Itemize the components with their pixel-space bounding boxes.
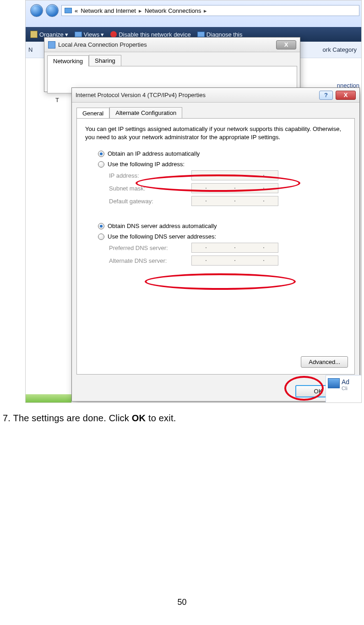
breadcrumb-chevron: « — [75, 7, 78, 14]
edge-fragment: Ad Cli — [326, 375, 361, 402]
folder-icon — [65, 8, 72, 13]
tab-alternate-configuration[interactable]: Alternate Configuration — [109, 107, 182, 118]
breadcrumb-part2[interactable]: Network Connections — [145, 7, 201, 14]
tab-general[interactable]: General — [76, 108, 109, 119]
help-button[interactable]: ? — [319, 91, 333, 100]
header-fragment-left: N — [28, 46, 33, 53]
breadcrumb-sep: ▸ — [139, 7, 142, 14]
x-icon — [110, 31, 117, 38]
screenshot: « Network and Internet ▸ Network Connect… — [25, 0, 362, 403]
edge-sub: Cli — [342, 386, 349, 391]
dialog-titlebar[interactable]: Local Area Connection Properties X — [44, 38, 300, 52]
close-button[interactable]: X — [336, 91, 356, 100]
radio-icon — [98, 234, 104, 240]
lac-properties-dialog: Local Area Connection Properties X Netwo… — [44, 37, 300, 92]
dialog-titlebar[interactable]: Internet Protocol Version 4 (TCP/IPv4) P… — [72, 88, 359, 103]
input-preferred-dns — [191, 243, 278, 253]
label-subnet-mask: Subnet mask: — [109, 185, 191, 192]
radio-label: Use the following DNS server addresses: — [108, 233, 216, 240]
radio-use-ip[interactable]: Use the following IP address: — [98, 161, 346, 168]
tab-row: Networking Sharing — [44, 52, 300, 66]
radio-icon — [98, 223, 104, 229]
caption-bold: OK — [132, 413, 146, 423]
tab-body: You can get IP settings assigned automat… — [76, 118, 355, 375]
label-preferred-dns: Preferred DNS server: — [109, 245, 191, 251]
views-icon — [75, 32, 82, 37]
close-button[interactable]: X — [276, 40, 296, 49]
input-subnet-mask — [191, 183, 278, 193]
intro-text: You can get IP settings assigned automat… — [85, 125, 346, 141]
radio-label: Use the following IP address: — [108, 161, 185, 168]
label-ip-address: IP address: — [109, 172, 191, 179]
radio-use-dns[interactable]: Use the following DNS server addresses: — [98, 233, 346, 240]
ipv4-properties-dialog: Internet Protocol Version 4 (TCP/IPv4) P… — [71, 87, 360, 402]
dialog-title: Internet Protocol Version 4 (TCP/IPv4) P… — [76, 92, 316, 98]
input-alternate-dns — [191, 255, 278, 266]
breadcrumb[interactable]: « Network and Internet ▸ Network Connect… — [61, 5, 359, 16]
radio-obtain-ip[interactable]: Obtain an IP address automatically — [98, 150, 346, 157]
dns-fields-group: Preferred DNS server: Alternate DNS serv… — [109, 243, 346, 266]
dialog-title: Local Area Connection Properties — [58, 41, 276, 48]
input-ip-address — [191, 170, 278, 180]
radio-obtain-dns[interactable]: Obtain DNS server address automatically — [98, 223, 346, 229]
nav-forward-button[interactable] — [46, 4, 59, 17]
header-fragment-right: ork Category — [323, 46, 357, 53]
breadcrumb-tail: ▸ — [204, 7, 207, 14]
label-default-gateway: Default gateway: — [109, 198, 191, 205]
tab-sharing[interactable]: Sharing — [89, 55, 121, 66]
monitor-icon — [328, 378, 340, 388]
monitor-icon — [197, 32, 205, 37]
edge-title: Ad — [342, 378, 349, 386]
radio-icon — [98, 161, 104, 168]
breadcrumb-part1[interactable]: Network and Internet — [81, 7, 136, 14]
ip-fields-group: IP address: Subnet mask: Default gateway… — [109, 170, 346, 206]
connection-icon — [48, 41, 55, 49]
radio-label: Obtain an IP address automatically — [108, 150, 200, 157]
tab-row: General Alternate Configuration — [72, 103, 359, 118]
radio-label: Obtain DNS server address automatically — [108, 223, 217, 229]
tab-networking[interactable]: Networking — [47, 55, 89, 66]
folder-icon — [30, 31, 38, 38]
advanced-button[interactable]: Advanced... — [301, 356, 348, 368]
caption-pre: 7. The settings are done. Click — [3, 413, 132, 423]
radio-icon — [98, 151, 104, 157]
label-alternate-dns: Alternate DNS server: — [109, 257, 191, 264]
caption-line: 7. The settings are done. Click OK to ex… — [3, 413, 364, 424]
letter-fragment-t: T — [55, 97, 59, 103]
input-default-gateway — [191, 196, 278, 206]
nav-back-button[interactable] — [30, 4, 43, 17]
address-bar: « Network and Internet ▸ Network Connect… — [30, 4, 359, 17]
caption-post: to exit. — [146, 413, 176, 423]
